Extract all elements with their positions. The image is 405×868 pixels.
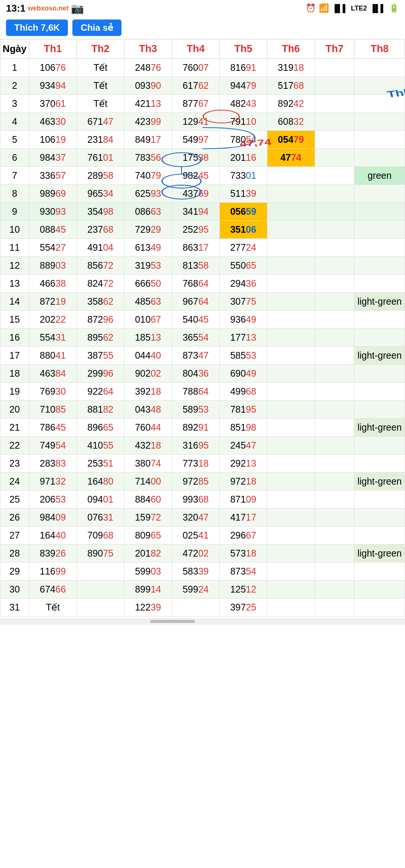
cell-th3: 76044 [124, 419, 172, 437]
cell-th1: 37061 [29, 95, 76, 113]
cell-th2: 41055 [76, 437, 124, 455]
cell-th6 [267, 419, 315, 437]
cell-th3: 72929 [124, 221, 172, 239]
table-row: 2911699599035833987354 [0, 563, 405, 581]
cell-th1: 10619 [29, 131, 76, 149]
table-row: 3067466899145992412512 [0, 581, 405, 599]
table-row: 165543189562185133655417713 [0, 329, 405, 347]
cell-th3: 08663 [124, 203, 172, 221]
cell-th3: 42113 [124, 95, 172, 113]
cell-th4: 87347 [172, 347, 219, 365]
cell-th2: 49104 [76, 239, 124, 257]
cell-day: 16 [0, 329, 29, 347]
header-th5: Th5 [219, 39, 267, 59]
cell-th2: 38755 [76, 347, 124, 365]
signal-icon: ▐▌▌ [332, 4, 348, 13]
cell-th8: light-green [354, 419, 405, 437]
alarm-icon: ⏰ [306, 3, 316, 13]
cell-th6 [267, 329, 315, 347]
cell-th8 [354, 437, 405, 455]
cell-th2: 89075 [76, 545, 124, 563]
table-row: 288392689075201824720257318light-green [0, 545, 405, 563]
cell-th1: 11699 [29, 563, 76, 581]
cell-th1: 87219 [29, 293, 76, 311]
cell-th5: 87109 [219, 491, 267, 509]
table-row: 89896996534625934376951139 [0, 185, 405, 203]
cell-th5: 49968 [219, 383, 267, 401]
cell-th2 [76, 599, 124, 617]
cell-th8 [354, 77, 405, 95]
cell-th6 [267, 437, 315, 455]
thich-button[interactable]: Thích 7,6K [6, 19, 68, 36]
cell-th7 [315, 167, 354, 185]
cell-th8: light-green [354, 545, 405, 563]
cell-th7 [315, 419, 354, 437]
cell-th3: 39218 [124, 383, 172, 401]
table-row: 232838325351380747731829213 [0, 455, 405, 473]
cell-th4: 76007 [172, 59, 219, 77]
cell-th6 [267, 401, 315, 419]
cell-th1: 98969 [29, 185, 76, 203]
cell-th2: 16480 [76, 473, 124, 491]
cell-th4: 87767 [172, 95, 219, 113]
cell-th1: 88903 [29, 257, 76, 275]
cell-day: 11 [0, 239, 29, 257]
cell-th6 [267, 311, 315, 329]
cell-th5: 73301 [219, 167, 267, 185]
cell-th6: 05479 [267, 131, 315, 149]
status-bar: 13:1 webxoso.net 📷 ⏰ 📶 ▐▌▌ LTE2 ▐▌▌ 🔋 [0, 0, 405, 16]
cell-th1: 83926 [29, 545, 76, 563]
table-row: 4463306714742399129417911060832 [0, 113, 405, 131]
cell-th2: 29996 [76, 365, 124, 383]
cell-th7 [315, 257, 354, 275]
cell-th8: light-green [354, 293, 405, 311]
cell-th8 [354, 383, 405, 401]
battery-icon: 🔋 [389, 3, 399, 13]
cell-th5: 78195 [219, 401, 267, 419]
cell-th1: 46638 [29, 275, 76, 293]
cell-th7 [315, 59, 354, 77]
cell-th4: 76864 [172, 275, 219, 293]
table-row: 99309335498086633419405659 [0, 203, 405, 221]
cell-th6 [267, 545, 315, 563]
camera-icon: 📷 [71, 2, 84, 15]
table-row: 152022287296010675404593649 [0, 311, 405, 329]
cell-th6 [267, 599, 315, 617]
cell-th1: 33657 [29, 167, 76, 185]
cell-th8 [354, 59, 405, 77]
table-row: 269840907631159723204741717 [0, 509, 405, 527]
cell-th1: 67466 [29, 581, 76, 599]
cell-th4: 36554 [172, 329, 219, 347]
cell-th7 [315, 545, 354, 563]
cell-th3: 04348 [124, 401, 172, 419]
cell-th8 [354, 329, 405, 347]
table-row: 271644070968809650254129667 [0, 527, 405, 545]
cell-th8 [354, 275, 405, 293]
table-row: 100884523768729292529535106 [0, 221, 405, 239]
cell-th3: 01067 [124, 311, 172, 329]
cell-day: 4 [0, 113, 29, 131]
cell-th2: 09401 [76, 491, 124, 509]
cell-th5: 79110 [219, 113, 267, 131]
chia-se-button[interactable]: Chia sẻ [72, 19, 122, 36]
cell-th4: 31695 [172, 437, 219, 455]
table-container: Ngày Th1 Th2 Th3 Th4 Th5 Th6 Th7 Th8 110… [0, 39, 405, 617]
cell-th8 [354, 527, 405, 545]
cell-th5: 41717 [219, 509, 267, 527]
cell-th3: 18513 [124, 329, 172, 347]
cell-day: 23 [0, 455, 29, 473]
cell-day: 10 [0, 221, 29, 239]
cell-day: 9 [0, 203, 29, 221]
logo: webxoso.net [28, 4, 69, 12]
cell-day: 12 [0, 257, 29, 275]
cell-th1: 97132 [29, 473, 76, 491]
cell-th7 [315, 347, 354, 365]
cell-th4: 58953 [172, 401, 219, 419]
cell-day: 20 [0, 401, 29, 419]
action-bar: Thích 7,6K Chia sẻ [0, 16, 405, 39]
header-th6: Th6 [267, 39, 315, 59]
cell-th1: 78645 [29, 419, 76, 437]
cell-th1: 88041 [29, 347, 76, 365]
cell-th2: 87296 [76, 311, 124, 329]
cell-th4: 96764 [172, 293, 219, 311]
